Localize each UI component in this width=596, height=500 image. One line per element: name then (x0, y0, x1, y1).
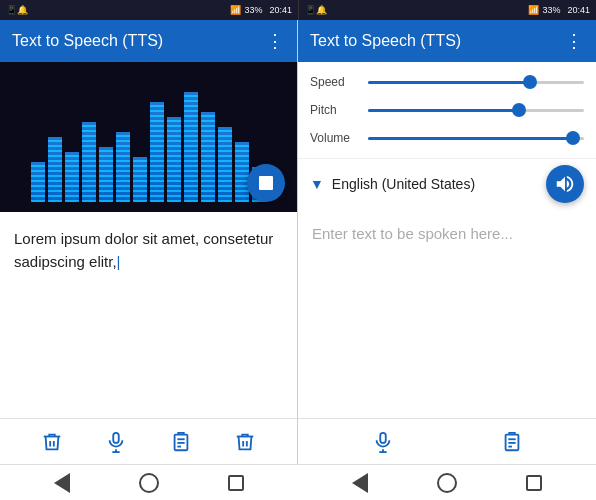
menu-button-left[interactable]: ⋮ (266, 30, 285, 52)
settings-panel: Speed Pitch Volume (298, 62, 596, 158)
text-cursor (117, 253, 121, 270)
speed-label: Speed (310, 75, 360, 89)
trash-icon-left[interactable] (41, 431, 63, 453)
recent-button-right[interactable] (526, 475, 542, 491)
text-body-left: Lorem ipsum dolor sit amet, consetetur s… (14, 230, 273, 270)
eq-bar-8 (150, 102, 164, 202)
pitch-row: Pitch (310, 98, 584, 122)
app-title-left: Text to Speech (TTS) (12, 32, 266, 50)
trash2-icon-left[interactable] (234, 431, 256, 453)
pitch-label: Pitch (310, 103, 360, 117)
speed-fill (368, 81, 530, 84)
bottom-toolbar-left (0, 418, 297, 464)
screen-left: Text to Speech (TTS) ⋮ (0, 20, 298, 464)
status-bar-right: 📱🔔 📶 33% 20:41 (298, 0, 596, 20)
wifi-icon: 📶 (230, 5, 241, 15)
clipboard-icon-right[interactable] (501, 431, 523, 453)
recent-button-left[interactable] (228, 475, 244, 491)
microphone-icon-left[interactable] (105, 431, 127, 453)
eq-bar-10 (184, 92, 198, 202)
battery-label-right: 33% (542, 5, 560, 15)
eq-bar-11 (201, 112, 215, 202)
app-bar-right: Text to Speech (TTS) ⋮ (298, 20, 596, 62)
speaker-icon (554, 173, 576, 195)
time-right: 20:41 (567, 5, 590, 15)
eq-bar-6 (116, 132, 130, 202)
volume-label: Volume (310, 131, 360, 145)
volume-thumb[interactable] (566, 131, 580, 145)
eq-bar-12 (218, 127, 232, 202)
volume-slider[interactable] (368, 137, 584, 140)
speed-slider[interactable] (368, 81, 584, 84)
nav-bar (0, 464, 596, 500)
wifi-icon-right: 📶 (528, 5, 539, 15)
status-icons-right: 📱🔔 (305, 5, 327, 15)
time-left: 20:41 (269, 5, 292, 15)
eq-bar-5 (99, 147, 113, 202)
eq-bar-9 (167, 117, 181, 202)
eq-bar-4 (82, 122, 96, 202)
visualizer (0, 62, 297, 212)
language-text: English (United States) (332, 176, 475, 192)
app-bar-left: Text to Speech (TTS) ⋮ (0, 20, 297, 62)
status-icons-left: 📱🔔 (6, 5, 28, 15)
microphone-icon-right[interactable] (372, 431, 394, 453)
svg-rect-0 (114, 432, 120, 442)
pitch-fill (368, 109, 519, 112)
screen-right: Text to Speech (TTS) ⋮ Speed Pitch (298, 20, 596, 464)
equalizer-bars (31, 82, 266, 202)
status-bar-left: 📱🔔 📶 33% 20:41 (0, 0, 298, 20)
home-button-left[interactable] (139, 473, 159, 493)
nav-section-left (0, 464, 298, 500)
speaker-button[interactable] (546, 165, 584, 203)
eq-bar-13 (235, 142, 249, 202)
eq-bar-1 (31, 162, 45, 202)
menu-button-right[interactable]: ⋮ (565, 30, 584, 52)
battery-label-left: 33% (244, 5, 262, 15)
text-content-left[interactable]: Lorem ipsum dolor sit amet, consetetur s… (0, 212, 297, 418)
eq-bar-2 (48, 137, 62, 202)
speed-row: Speed (310, 70, 584, 94)
stop-button[interactable] (247, 164, 285, 202)
eq-bar-3 (65, 152, 79, 202)
dropdown-arrow-icon: ▼ (310, 176, 324, 192)
volume-fill (368, 137, 573, 140)
pitch-thumb[interactable] (512, 103, 526, 117)
back-button-right[interactable] (352, 473, 368, 493)
bottom-toolbar-right (298, 418, 596, 464)
back-button-left[interactable] (54, 473, 70, 493)
language-selector[interactable]: ▼ English (United States) (298, 158, 596, 209)
clipboard-icon-left[interactable] (170, 431, 192, 453)
speed-thumb[interactable] (523, 75, 537, 89)
stop-icon (259, 176, 273, 190)
app-title-right: Text to Speech (TTS) (310, 32, 565, 50)
nav-section-right (298, 464, 596, 500)
pitch-slider[interactable] (368, 109, 584, 112)
svg-rect-7 (380, 432, 386, 442)
eq-bar-7 (133, 157, 147, 202)
home-button-right[interactable] (437, 473, 457, 493)
text-input-area[interactable]: Enter text to be spoken here... (298, 209, 596, 418)
volume-row: Volume (310, 126, 584, 150)
text-placeholder-right: Enter text to be spoken here... (298, 209, 596, 258)
